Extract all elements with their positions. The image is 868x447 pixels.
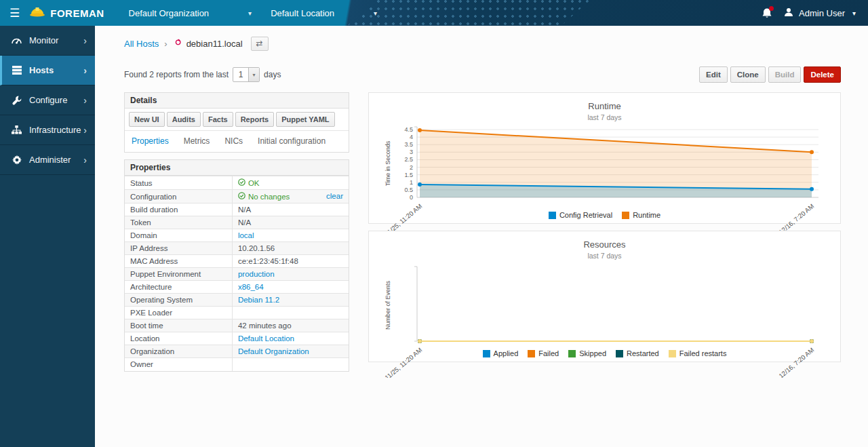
sidebar-item-hosts[interactable]: Hosts› xyxy=(0,56,95,85)
legend-item-runtime[interactable]: Runtime xyxy=(622,211,660,219)
svg-text:2: 2 xyxy=(410,164,413,171)
days-select[interactable]: 1 ▾ xyxy=(233,67,260,82)
check-circle-icon xyxy=(238,192,245,201)
notifications-bell-icon[interactable] xyxy=(762,7,772,19)
property-row-build-duration: Build durationN/A xyxy=(125,203,349,216)
property-value-link[interactable]: Debian 11.2 xyxy=(238,296,279,304)
sidebar-item-infrastructure[interactable]: Infrastructure› xyxy=(0,115,95,145)
property-value xyxy=(232,307,349,319)
sidebar-item-label: Hosts xyxy=(29,65,54,75)
svg-text:Number of Events: Number of Events xyxy=(384,280,391,330)
legend-label: Config Retrieval xyxy=(559,211,612,219)
reports-days-suffix: days xyxy=(264,70,281,79)
foreman-brand[interactable]: FOREMAN xyxy=(29,5,104,20)
legend-item-config-retrieval[interactable]: Config Retrieval xyxy=(549,211,612,219)
property-value-link[interactable]: x86_64 xyxy=(238,283,264,291)
chevron-down-icon: ▾ xyxy=(248,9,252,17)
legend-item-failed-restarts[interactable]: Failed restarts xyxy=(669,349,727,357)
property-row-organization: OrganizationDefault Organization xyxy=(125,345,349,358)
property-label: Organization xyxy=(125,345,232,358)
legend-item-skipped[interactable]: Skipped xyxy=(568,349,606,357)
svg-text:1.5: 1.5 xyxy=(404,172,413,178)
reports-count-text: Found 2 reports from the last xyxy=(124,70,229,79)
property-value-link[interactable]: Default Location xyxy=(238,334,294,343)
server-icon xyxy=(11,64,22,76)
sidebar-item-administer[interactable]: Administer› xyxy=(0,145,95,175)
legend-item-failed[interactable]: Failed xyxy=(528,349,559,357)
legend-swatch xyxy=(568,350,576,357)
check-circle-icon xyxy=(238,178,245,187)
legend-label: Restarted xyxy=(627,349,659,357)
property-value-link[interactable]: local xyxy=(238,231,254,239)
breadcrumb: All Hosts › debian11.local ⇄ xyxy=(124,35,841,52)
puppet-yaml-button[interactable]: Puppet YAML xyxy=(276,112,334,127)
svg-text:1: 1 xyxy=(410,179,413,186)
runtime-chart: 00.511.522.533.544.5Time in Seconds11/25… xyxy=(379,123,830,239)
resources-chart: Number of Events11/25, 11:20 AM12/16, 7:… xyxy=(379,261,830,378)
property-value-link[interactable]: Default Organization xyxy=(238,347,309,355)
new-ui-button[interactable]: New UI xyxy=(129,112,165,127)
property-value: ce:e1:23:45:1f:48 xyxy=(232,255,349,268)
property-row-domain: Domainlocal xyxy=(125,229,349,242)
chart-legend: AppliedFailedSkippedRestartedFailed rest… xyxy=(374,349,835,357)
tab-nics[interactable]: NICs xyxy=(224,136,243,146)
tab-initial-configuration[interactable]: Initial configuration xyxy=(258,136,326,146)
chart-title: Resources xyxy=(374,239,835,250)
location-dropdown[interactable]: Default Location ▾ xyxy=(261,0,387,26)
property-label: Puppet Environment xyxy=(125,268,232,281)
property-row-mac-address: MAC Addressce:e1:23:45:1f:48 xyxy=(125,255,349,268)
user-menu[interactable]: Admin User ▾ xyxy=(783,7,856,20)
facts-button[interactable]: Facts xyxy=(203,112,233,127)
chevron-down-icon: ▾ xyxy=(374,9,377,17)
svg-text:Time in Seconds: Time in Seconds xyxy=(384,140,391,186)
property-label: Owner xyxy=(125,358,232,371)
brand-name: FOREMAN xyxy=(50,7,104,19)
sidebar-item-monitor[interactable]: Monitor› xyxy=(0,26,95,56)
legend-item-applied[interactable]: Applied xyxy=(483,349,519,357)
clear-link[interactable]: clear xyxy=(326,192,343,200)
reports-button[interactable]: Reports xyxy=(235,112,275,127)
tab-properties[interactable]: Properties xyxy=(132,136,169,146)
legend-swatch xyxy=(616,350,623,357)
legend-label: Skipped xyxy=(579,349,606,357)
property-value: Default Location xyxy=(232,332,349,345)
legend-label: Failed xyxy=(538,349,559,357)
edit-button[interactable]: Edit xyxy=(699,66,728,83)
property-label: Token xyxy=(125,216,232,229)
audits-button[interactable]: Audits xyxy=(167,112,201,127)
chevron-right-icon: › xyxy=(83,95,87,106)
clone-button[interactable]: Clone xyxy=(730,66,766,83)
property-value-link[interactable]: production xyxy=(238,270,275,278)
property-value: OK xyxy=(232,176,349,190)
reports-bar: Found 2 reports from the last 1 ▾ days E… xyxy=(124,66,841,83)
tab-metrics[interactable]: Metrics xyxy=(184,136,210,146)
gear-icon xyxy=(11,154,22,166)
property-value: production xyxy=(232,268,349,281)
legend-swatch xyxy=(669,350,676,357)
details-panel-title: Details xyxy=(125,93,349,109)
hamburger-menu-icon[interactable]: ☰ xyxy=(9,6,20,20)
property-label: Status xyxy=(125,176,232,190)
property-row-puppet-environment: Puppet Environmentproduction xyxy=(125,268,349,281)
vertical-nav: Monitor›Hosts›Configure›Infrastructure›A… xyxy=(0,26,95,447)
legend-label: Runtime xyxy=(633,211,660,219)
resources-chart-panel: Resourceslast 7 daysNumber of Events11/2… xyxy=(368,231,841,362)
property-row-pxe-loader: PXE Loader xyxy=(125,307,349,319)
legend-item-restarted[interactable]: Restarted xyxy=(616,349,659,357)
chevron-right-icon: › xyxy=(83,35,87,46)
properties-panel: Properties StatusOKConfigurationNo chang… xyxy=(124,159,349,372)
legend-label: Applied xyxy=(494,349,519,357)
property-label: Operating System xyxy=(125,294,232,307)
legend-swatch xyxy=(549,212,556,219)
delete-button[interactable]: Delete xyxy=(804,66,841,83)
svg-text:0: 0 xyxy=(410,194,413,201)
sidebar-item-configure[interactable]: Configure› xyxy=(0,85,95,115)
breadcrumb-all-hosts-link[interactable]: All Hosts xyxy=(124,39,159,49)
organization-dropdown[interactable]: Default Organization ▾ xyxy=(119,0,262,26)
breadcrumb-switcher-button[interactable]: ⇄ xyxy=(251,37,269,51)
status-text: OK xyxy=(248,179,260,187)
sidebar-item-label: Monitor xyxy=(29,35,58,45)
chart-title: Runtime xyxy=(374,101,835,111)
property-row-operating-system: Operating SystemDebian 11.2 xyxy=(125,294,349,307)
property-row-token: TokenN/A xyxy=(125,216,349,229)
